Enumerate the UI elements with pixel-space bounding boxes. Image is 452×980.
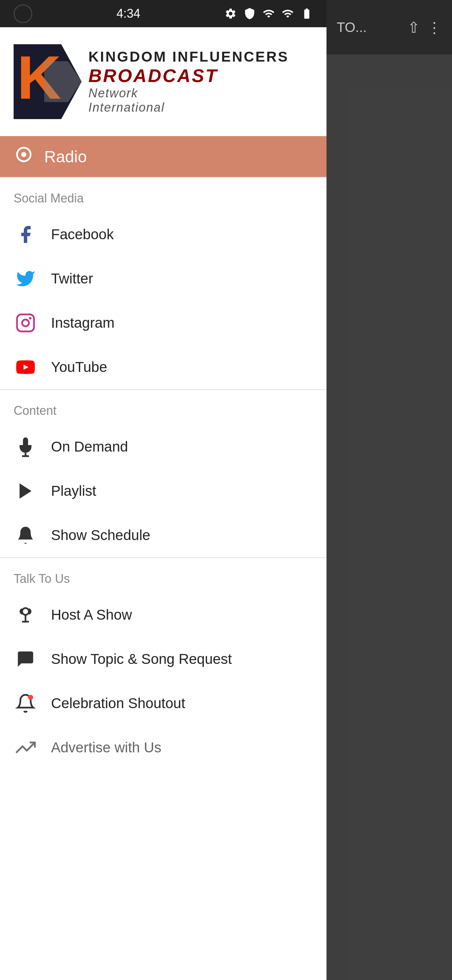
twitter-icon	[14, 267, 37, 291]
twitter-label: Twitter	[51, 270, 93, 287]
advertise-with-us-menu-item[interactable]: Advertise with Us	[0, 725, 327, 770]
radio-icon	[14, 144, 34, 169]
youtube-label: YouTube	[51, 359, 107, 375]
svg-point-15	[28, 695, 33, 700]
more-options-icon[interactable]: ⋮	[427, 19, 442, 36]
svg-marker-2	[44, 61, 82, 102]
status-icons	[224, 8, 313, 20]
logo-international: International	[89, 100, 289, 115]
battery-icon	[301, 8, 313, 20]
settings-icon	[224, 8, 237, 20]
security-icon	[244, 8, 256, 20]
svg-marker-11	[20, 484, 32, 499]
right-panel: TO... ⇧ ⋮	[327, 0, 452, 980]
logo-network: Network	[89, 86, 289, 100]
status-bar: 4:34	[0, 0, 327, 27]
svg-point-6	[22, 320, 29, 326]
youtube-menu-item[interactable]: YouTube	[0, 345, 327, 389]
on-demand-label: On Demand	[51, 439, 128, 455]
host-a-show-label: Host A Show	[51, 607, 132, 623]
radio-menu-item[interactable]: Radio	[0, 136, 327, 177]
instagram-menu-item[interactable]: Instagram	[0, 301, 327, 345]
social-media-section-header: Social Media	[0, 178, 327, 212]
instagram-icon	[14, 311, 37, 335]
svg-point-4	[21, 152, 27, 157]
wifi-icon	[263, 8, 275, 20]
advertise-icon	[14, 736, 37, 759]
content-section-header: Content	[0, 390, 327, 425]
bell-notify-icon	[14, 692, 37, 715]
show-schedule-label: Show Schedule	[51, 527, 150, 543]
celebration-shoutout-menu-item[interactable]: Celebration Shoutout	[0, 681, 327, 725]
youtube-icon	[14, 355, 37, 379]
app-logo-icon: K	[14, 44, 82, 119]
svg-point-7	[30, 318, 31, 319]
nav-drawer: 4:34	[0, 0, 327, 980]
logo-text: KINGDOM INFLUENCERS BROADCAST Network In…	[89, 49, 289, 115]
advertise-with-us-label: Advertise with Us	[51, 740, 161, 756]
record-dot	[14, 5, 32, 23]
share-icon[interactable]: ⇧	[408, 19, 420, 36]
chat-icon	[14, 647, 37, 671]
show-topic-song-request-label: Show Topic & Song Request	[51, 651, 232, 667]
talk-to-us-section-header: Talk To Us	[0, 558, 327, 593]
drawer-content: Social Media Facebook Twitter	[0, 178, 327, 980]
host-a-show-menu-item[interactable]: Host A Show	[0, 593, 327, 637]
svg-point-12	[22, 608, 29, 615]
playlist-label: Playlist	[51, 483, 96, 499]
right-panel-title: TO...	[337, 20, 401, 35]
instagram-label: Instagram	[51, 315, 114, 331]
right-panel-header: TO... ⇧ ⋮	[327, 0, 452, 54]
signal-icon	[282, 8, 294, 20]
twitter-menu-item[interactable]: Twitter	[0, 256, 327, 301]
facebook-menu-item[interactable]: Facebook	[0, 212, 327, 256]
facebook-icon	[14, 223, 37, 247]
logo-container: K KINGDOM INFLUENCERS BROADCAST Network …	[14, 44, 289, 119]
logo-area: K KINGDOM INFLUENCERS BROADCAST Network …	[0, 27, 327, 136]
mic-icon	[14, 435, 37, 459]
celebration-shoutout-label: Celebration Shoutout	[51, 695, 186, 711]
mic-stand-icon	[14, 603, 37, 627]
status-time: 4:34	[116, 6, 140, 21]
playlist-menu-item[interactable]: Playlist	[0, 469, 327, 513]
on-demand-menu-item[interactable]: On Demand	[0, 425, 327, 469]
show-topic-song-request-menu-item[interactable]: Show Topic & Song Request	[0, 637, 327, 681]
logo-broadcast: BROADCAST	[89, 65, 289, 86]
radio-label: Radio	[44, 147, 87, 166]
logo-kingdom: KINGDOM INFLUENCERS	[89, 49, 289, 65]
show-schedule-menu-item[interactable]: Show Schedule	[0, 513, 327, 557]
svg-rect-5	[17, 314, 34, 331]
bell-icon	[14, 523, 37, 547]
facebook-label: Facebook	[51, 226, 114, 243]
play-icon	[14, 479, 37, 503]
